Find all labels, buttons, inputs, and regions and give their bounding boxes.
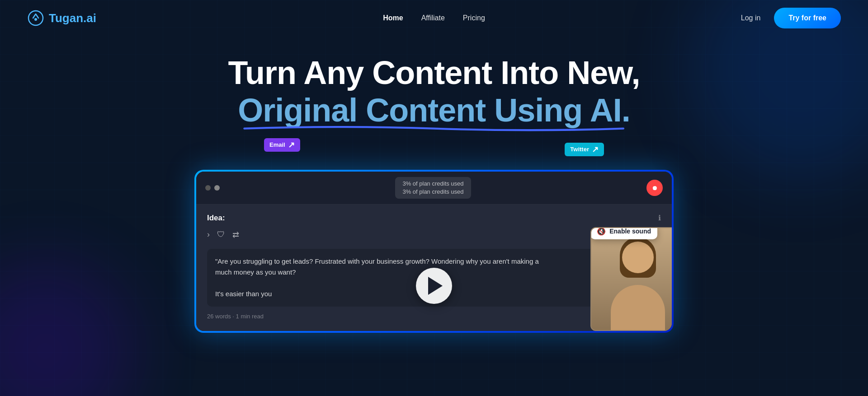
nav-home[interactable]: Home	[383, 14, 403, 22]
sound-muted-icon: 🔇	[597, 227, 606, 236]
twitter-cursor: ↗	[592, 144, 599, 154]
credits-badge: 3% of plan credits used 3% of plan credi…	[395, 177, 471, 199]
hero-heading: Turn Any Content Into New, Original Cont…	[9, 54, 859, 129]
video-thumbnail: 🔇 Enable sound f	[590, 227, 672, 331]
nav-right: Log in Try for free	[741, 8, 841, 28]
try-for-free-button[interactable]: Try for free	[774, 8, 841, 28]
twitter-tag: Twitter ↗	[565, 143, 604, 156]
video-person	[591, 228, 672, 330]
info-icon: ℹ	[658, 214, 661, 222]
navbar: Tugan.ai Home Affiliate Pricing Log in T…	[0, 0, 868, 36]
dot-1	[205, 185, 211, 191]
email-cursor: ↗	[288, 140, 295, 150]
record-button[interactable]: ⏺	[646, 180, 663, 196]
demo-inner: 3% of plan credits used 3% of plan credi…	[196, 172, 672, 331]
play-button[interactable]	[416, 268, 452, 304]
logo-icon	[27, 9, 44, 27]
translate-icon[interactable]: ⇄	[232, 230, 239, 240]
credits-line1: 3% of plan credits used	[402, 180, 463, 188]
svg-point-2	[34, 18, 37, 21]
shield-icon[interactable]: 🛡	[217, 230, 225, 239]
floating-tags: Email ↗ Twitter ↗	[9, 138, 859, 156]
nav-pricing[interactable]: Pricing	[463, 14, 485, 22]
logo[interactable]: Tugan.ai	[27, 9, 96, 27]
enable-sound-badge[interactable]: 🔇 Enable sound	[590, 227, 657, 239]
person-head	[622, 242, 654, 273]
play-triangle-icon	[428, 277, 443, 295]
play-button-overlay[interactable]	[416, 268, 452, 304]
chevron-right-icon[interactable]: ›	[207, 230, 210, 239]
hero-line2: Original Content Using AI.	[238, 92, 630, 129]
demo-content: Idea: ℹ › 🛡 ⇄ "Are you struggling to get…	[196, 205, 672, 331]
glow-purple	[0, 261, 136, 396]
credits-line2: 3% of plan credits used	[402, 188, 463, 196]
login-link[interactable]: Log in	[741, 14, 761, 22]
demo-wrapper: 3% of plan credits used 3% of plan credi…	[185, 170, 683, 333]
hero-line1: Turn Any Content Into New,	[228, 55, 640, 91]
person-body	[611, 285, 665, 330]
demo-dots	[205, 185, 220, 191]
enable-sound-label: Enable sound	[609, 228, 651, 235]
dot-2	[214, 185, 220, 191]
hero-section: Turn Any Content Into New, Original Cont…	[0, 36, 868, 165]
idea-label: Idea:	[207, 214, 661, 223]
hero-underline-svg	[238, 125, 630, 132]
email-tag: Email ↗	[264, 138, 300, 152]
demo-outer-glow: 3% of plan credits used 3% of plan credi…	[194, 170, 674, 333]
demo-topbar: 3% of plan credits used 3% of plan credi…	[196, 172, 672, 205]
demo-text-line1: "Are you struggling to get leads? Frustr…	[215, 256, 653, 267]
nav-affiliate[interactable]: Affiliate	[421, 14, 445, 22]
logo-text: Tugan.ai	[49, 11, 96, 25]
record-icon: ⏺	[651, 184, 658, 191]
nav-links: Home Affiliate Pricing	[383, 14, 485, 22]
